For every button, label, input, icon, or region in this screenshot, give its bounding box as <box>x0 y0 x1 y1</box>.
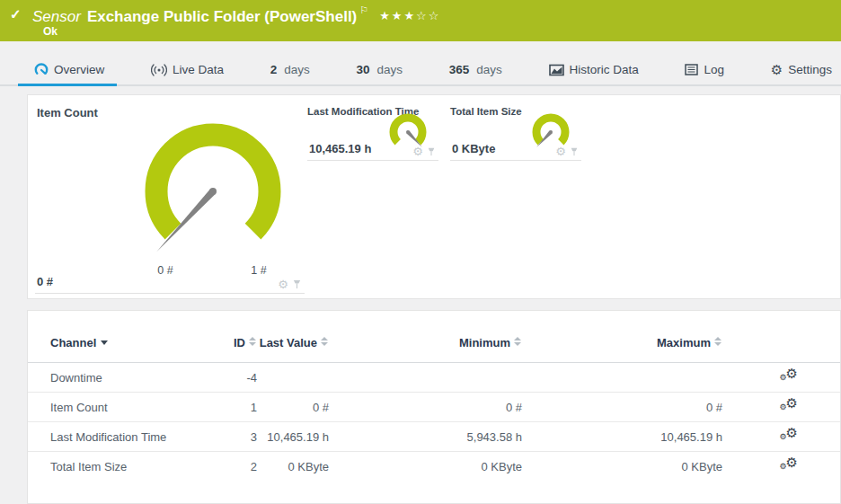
channel-settings-icon[interactable]: ⚙⚙ <box>780 368 800 385</box>
channel-last-value: 0 KByte <box>257 452 329 482</box>
tab-30-days[interactable]: 30 days <box>356 63 403 86</box>
gear-icon: ⚙ <box>771 63 783 76</box>
channel-minimum <box>329 363 522 393</box>
channel-last-value: 10,465.19 h <box>257 422 329 452</box>
log-list-icon <box>685 64 698 75</box>
sort-icon <box>714 337 722 346</box>
area-chart-icon <box>549 64 564 76</box>
table-row[interactable]: Downtime -4 ⚙⚙ <box>28 363 840 393</box>
channel-name[interactable]: Downtime <box>28 363 230 393</box>
pin-icon[interactable] <box>427 147 436 156</box>
gauge-block-total-item-size: Total Item Size 0 KByte ⚙ <box>450 106 581 161</box>
gauge-scale-max: 1 # <box>251 264 266 277</box>
status-check-icon: ✓ <box>10 6 22 22</box>
column-header-actions <box>722 329 840 363</box>
tab-2-days[interactable]: 2 days <box>270 63 310 86</box>
channel-id: 1 <box>230 393 257 422</box>
channel-id: 2 <box>230 452 257 482</box>
object-kind-label: Sensor <box>32 8 81 25</box>
tab-historic-data[interactable]: Historic Data <box>549 63 639 86</box>
tab-overview[interactable]: Overview <box>34 62 104 86</box>
channel-maximum <box>522 363 722 393</box>
page-title: Exchange Public Folder (PowerShell) <box>87 8 357 25</box>
channel-settings-icon[interactable]: ⚙⚙ <box>780 398 800 414</box>
gauge-actions: ⚙ <box>278 279 302 290</box>
pin-icon[interactable] <box>570 147 579 156</box>
column-header-maximum[interactable]: Maximum <box>522 329 722 363</box>
gauge-settings-icon[interactable]: ⚙ <box>555 146 566 157</box>
channel-maximum: 0 # <box>522 393 722 422</box>
channel-last-value: 0 # <box>257 393 329 422</box>
channel-name[interactable]: Last Modification Time <box>28 422 230 452</box>
tab-bar: Overview Live Data 2 days 30 days 365 da… <box>0 54 841 86</box>
tab-days-unit: days <box>377 63 403 76</box>
tab-log[interactable]: Log <box>685 63 724 86</box>
gauge-scale-min: 0 # <box>157 264 173 277</box>
column-header-id[interactable]: ID <box>230 329 257 363</box>
channel-minimum: 5,943.58 h <box>329 422 522 452</box>
channel-last-value <box>257 363 329 393</box>
channel-id: 3 <box>230 422 257 452</box>
column-header-channel[interactable]: Channel <box>28 329 230 363</box>
pin-icon[interactable] <box>292 279 302 289</box>
channel-maximum: 0 KByte <box>522 452 722 482</box>
tab-label: Live Data <box>173 63 224 76</box>
channels-table: Channel ID Last Value Minimum Maximum Do… <box>28 329 840 482</box>
tab-settings[interactable]: ⚙ Settings <box>771 63 832 86</box>
gauge-block-last-modification-time: Last Modification Time 10,465.19 h ⚙ <box>307 106 438 161</box>
tab-label: Settings <box>788 63 832 76</box>
gauges-panel: Item Count 0 # 1 # 0 # ⚙ Last Modificati… <box>27 94 841 299</box>
gauge-current-value: 0 KByte <box>452 142 495 155</box>
tab-days-number: 2 <box>270 63 278 76</box>
channel-settings-icon[interactable]: ⚙⚙ <box>780 428 800 444</box>
sort-desc-icon <box>101 340 108 345</box>
tab-365-days[interactable]: 365 days <box>449 63 502 86</box>
tab-label: Log <box>704 63 724 76</box>
gauge-icon <box>34 62 49 76</box>
item-count-gauge[interactable]: 0 # 1 # <box>129 111 300 278</box>
column-header-minimum[interactable]: Minimum <box>329 329 522 363</box>
gauge-settings-icon[interactable]: ⚙ <box>412 146 423 157</box>
tab-days-unit: days <box>476 63 502 76</box>
broadcast-icon <box>151 64 167 76</box>
gauge-title: Total Item Size <box>450 106 522 117</box>
channel-id: -4 <box>230 363 257 393</box>
tab-live-data[interactable]: Live Data <box>151 63 224 86</box>
priority-flag-icon[interactable]: ⚐ <box>359 4 368 15</box>
sensor-page: ✓ SensorExchange Public Folder (PowerShe… <box>0 0 841 504</box>
table-row[interactable]: Total Item Size 2 0 KByte 0 KByte 0 KByt… <box>28 452 840 482</box>
channel-minimum: 0 KByte <box>329 452 522 482</box>
tab-label: Historic Data <box>570 63 639 76</box>
tab-days-number: 365 <box>449 63 470 76</box>
tab-days-unit: days <box>284 63 310 76</box>
column-header-last-value[interactable]: Last Value <box>257 329 329 363</box>
channel-settings-icon[interactable]: ⚙⚙ <box>780 457 800 473</box>
status-badge: Ok <box>43 25 58 38</box>
gauge-actions: ⚙ <box>412 146 436 157</box>
sort-icon <box>514 337 522 346</box>
tab-days-number: 30 <box>356 63 369 76</box>
gauge-actions: ⚙ <box>555 146 579 157</box>
sort-icon <box>321 337 329 346</box>
channel-name[interactable]: Total Item Size <box>28 452 230 482</box>
channel-name[interactable]: Item Count <box>28 393 230 422</box>
table-row[interactable]: Item Count 1 0 # 0 # 0 # ⚙⚙ <box>28 393 840 422</box>
channel-maximum: 10,465.19 h <box>522 422 722 452</box>
tab-label: Overview <box>54 63 104 76</box>
gauge-settings-icon[interactable]: ⚙ <box>278 279 288 290</box>
sort-icon <box>249 337 257 346</box>
channel-minimum: 0 # <box>329 393 522 422</box>
priority-stars[interactable]: ★★★☆☆ <box>379 9 440 22</box>
table-row[interactable]: Last Modification Time 3 10,465.19 h 5,9… <box>28 422 840 452</box>
title-line: SensorExchange Public Folder (PowerShell… <box>32 4 440 26</box>
gauge-block-item-count: Item Count 0 # 1 # 0 # ⚙ <box>35 102 305 294</box>
sensor-header: ✓ SensorExchange Public Folder (PowerShe… <box>0 0 841 41</box>
gauge-title: Item Count <box>37 106 98 119</box>
gauge-current-value: 0 # <box>37 275 53 288</box>
table-header-row: Channel ID Last Value Minimum Maximum <box>28 329 840 363</box>
channels-panel: Channel ID Last Value Minimum Maximum Do… <box>27 310 841 504</box>
gauge-current-value: 10,465.19 h <box>309 142 371 155</box>
